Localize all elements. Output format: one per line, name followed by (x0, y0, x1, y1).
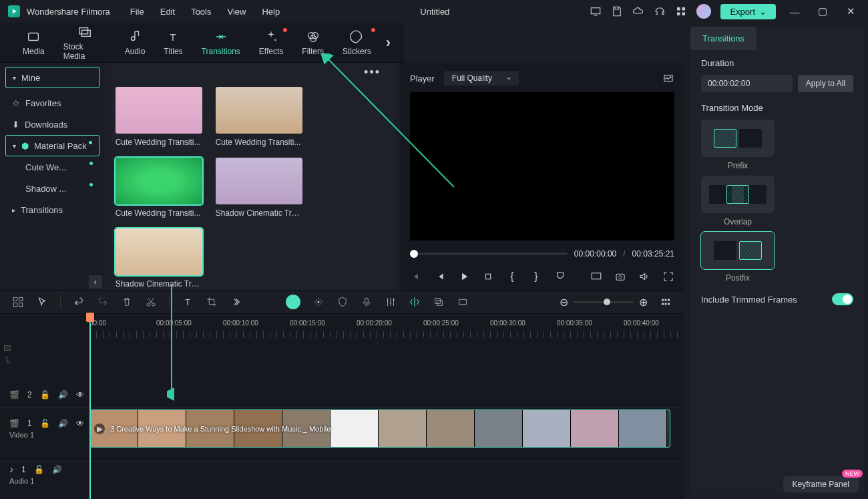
timeline-view-icon[interactable] (660, 296, 672, 308)
snapshot-icon[interactable] (662, 72, 674, 84)
stack-icon[interactable] (3, 343, 12, 353)
zoom-out-icon[interactable]: ⊖ (560, 296, 568, 309)
gallery-item[interactable]: Cute Wedding Transiti... (216, 87, 302, 147)
copy-icon[interactable] (433, 296, 445, 308)
screen-icon[interactable] (590, 5, 602, 17)
include-trimmed-toggle[interactable] (832, 293, 853, 305)
cut-icon[interactable] (145, 296, 157, 308)
marker-out-icon[interactable]: } (530, 271, 542, 283)
ai-icon[interactable] (286, 295, 300, 309)
playhead[interactable] (89, 314, 91, 499)
stop-icon[interactable] (482, 271, 494, 283)
sidebar-item-transitions[interactable]: ▸Transitions (5, 199, 99, 220)
apps-icon[interactable] (675, 5, 687, 17)
quality-select[interactable]: Full Quality (444, 71, 519, 86)
layout-icon[interactable] (12, 296, 24, 308)
seek-bar[interactable] (410, 253, 568, 255)
step-back-icon[interactable] (434, 271, 446, 283)
save-icon[interactable] (611, 5, 623, 17)
mute-icon[interactable]: 🔊 (58, 390, 68, 399)
svg-rect-19 (19, 297, 23, 301)
shield-icon[interactable] (337, 296, 349, 308)
mode-postfix[interactable] (701, 232, 775, 269)
properties-tab-transitions[interactable]: Transitions (690, 27, 756, 50)
time-ruler[interactable]: 00:00 00:00:05:00 00:00:10:00 00:00:15:0… (0, 314, 684, 341)
crop-icon[interactable] (206, 296, 218, 308)
mode-prefix[interactable] (701, 120, 775, 157)
tab-media[interactable]: Media (13, 29, 54, 56)
cursor-icon[interactable] (36, 296, 48, 308)
prev-frame-icon[interactable] (410, 271, 422, 283)
fullscreen-icon[interactable] (662, 271, 674, 283)
eye-icon[interactable]: 👁 (76, 419, 84, 428)
duration-input[interactable]: 00:00:02:00 (701, 75, 793, 92)
eye-icon[interactable]: 👁 (76, 390, 84, 399)
export-button[interactable]: Export⌄ (720, 4, 776, 19)
menu-tools[interactable]: Tools (191, 7, 211, 17)
marker-icon[interactable] (554, 271, 566, 283)
mic-icon[interactable] (361, 296, 373, 308)
window-close[interactable]: ✕ (841, 5, 860, 17)
lock-icon[interactable]: 🔓 (34, 465, 44, 474)
menu-file[interactable]: File (130, 7, 144, 17)
window-maximize[interactable]: ▢ (813, 5, 832, 17)
link-icon[interactable] (3, 355, 12, 365)
mute-icon[interactable]: 🔊 (58, 419, 68, 428)
timeline-side-tools (0, 341, 16, 367)
menu-help[interactable]: Help (262, 7, 280, 17)
marker-in-icon[interactable]: { (506, 271, 518, 283)
mode-overlap[interactable] (701, 176, 775, 213)
toolbar-next-icon[interactable]: › (386, 34, 391, 51)
sidebar-item-downloads[interactable]: ⬇Downloads (5, 114, 99, 135)
camera-icon[interactable] (614, 271, 626, 283)
split-icon[interactable] (409, 296, 421, 308)
gallery-item[interactable]: Cute Wedding Transiti... (116, 87, 202, 147)
play-icon[interactable] (458, 271, 470, 283)
keyframe-panel-button[interactable]: Keyframe Panel NEW (783, 476, 859, 492)
mute-icon[interactable]: 🔊 (52, 465, 62, 474)
redo-icon[interactable] (97, 296, 109, 308)
preview-canvas[interactable] (410, 92, 674, 240)
gallery-item[interactable]: Cute Wedding Transiti... (116, 158, 202, 218)
tab-audio[interactable]: Audio (116, 29, 155, 56)
tab-stickers[interactable]: Stickers (333, 29, 381, 56)
menu-edit[interactable]: Edit (160, 7, 175, 17)
gallery-item[interactable]: Shadow Cinematic Tra... (116, 228, 202, 289)
headset-icon[interactable] (654, 5, 666, 17)
lock-icon[interactable]: 🔓 (40, 390, 50, 399)
sidebar: ▾Mine ☆Favorites ⬇Downloads ▾⬢Material P… (0, 63, 105, 290)
user-avatar[interactable] (696, 4, 711, 19)
gallery-item[interactable]: Shadow Cinematic Tra... (216, 158, 302, 218)
cloud-icon[interactable] (632, 5, 644, 17)
sidebar-item-cute-wedding[interactable]: Cute We... (5, 156, 99, 178)
tab-effects[interactable]: Effects (250, 29, 292, 56)
tab-titles[interactable]: TTitles (154, 29, 192, 56)
lock-icon[interactable]: 🔓 (40, 419, 50, 428)
text-icon[interactable]: T (182, 296, 194, 308)
undo-icon[interactable] (73, 296, 85, 308)
window-minimize[interactable]: — (785, 6, 804, 17)
star-icon: ☆ (12, 98, 20, 108)
video-clip[interactable]: ▶ 3 Creative Ways to Make a Stunning Sli… (89, 409, 670, 448)
sidebar-item-mine[interactable]: ▾Mine (5, 67, 99, 88)
zoom-slider[interactable] (574, 301, 634, 303)
sparkle-icon[interactable] (312, 296, 324, 308)
gallery-more-icon[interactable]: ••• (364, 65, 381, 79)
zoom-in-icon[interactable]: ⊕ (639, 296, 648, 309)
seek-handle[interactable] (410, 250, 418, 258)
delete-icon[interactable] (121, 296, 133, 308)
tab-filters[interactable]: Filters (292, 29, 333, 56)
apply-to-all-button[interactable]: Apply to All (798, 75, 853, 92)
tab-stock-media[interactable]: Stock Media (54, 25, 116, 61)
menu-view[interactable]: View (227, 7, 246, 17)
sidebar-item-shadow[interactable]: Shadow ... (5, 178, 99, 199)
more-tools-icon[interactable] (230, 296, 242, 308)
mixer-icon[interactable] (385, 296, 397, 308)
sidebar-collapse-icon[interactable]: ‹ (89, 275, 102, 289)
display-icon[interactable] (590, 271, 602, 283)
sidebar-item-favorites[interactable]: ☆Favorites (5, 92, 99, 114)
sidebar-item-material-pack[interactable]: ▾⬢Material Pack (5, 135, 99, 156)
volume-icon[interactable] (638, 271, 650, 283)
marker-add-icon[interactable] (457, 296, 469, 308)
tab-transitions[interactable]: Transitions (192, 29, 250, 56)
